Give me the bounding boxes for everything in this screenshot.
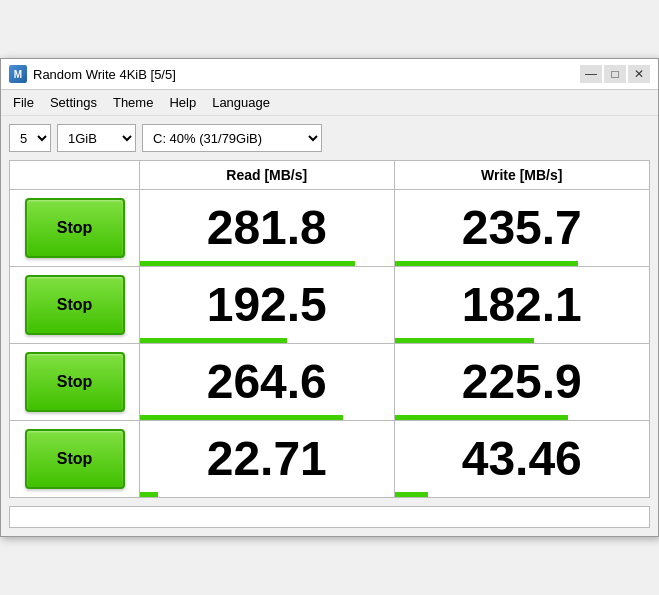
header-write: Write [MB/s] bbox=[395, 161, 650, 189]
stop-cell-3: Stop bbox=[10, 344, 140, 420]
data-grid: Read [MB/s] Write [MB/s] Stop 281.8 235.… bbox=[9, 160, 650, 498]
drive-select[interactable]: C: 40% (31/79GiB) bbox=[142, 124, 322, 152]
maximize-button[interactable]: □ bbox=[604, 65, 626, 83]
write-text-2: 182.1 bbox=[462, 281, 582, 329]
title-controls: — □ ✕ bbox=[580, 65, 650, 83]
menu-help[interactable]: Help bbox=[161, 92, 204, 113]
read-value-4: 22.71 bbox=[140, 421, 395, 497]
size-select[interactable]: 1GiB 512MiB 256MiB bbox=[57, 124, 136, 152]
read-value-2: 192.5 bbox=[140, 267, 395, 343]
read-bar-1 bbox=[140, 261, 355, 266]
menu-settings[interactable]: Settings bbox=[42, 92, 105, 113]
menu-language[interactable]: Language bbox=[204, 92, 278, 113]
title-bar-left: M Random Write 4KiB [5/5] bbox=[9, 65, 176, 83]
main-window: M Random Write 4KiB [5/5] — □ ✕ File Set… bbox=[0, 58, 659, 537]
read-value-1: 281.8 bbox=[140, 190, 395, 266]
count-select[interactable]: 5 3 1 bbox=[9, 124, 51, 152]
title-bar: M Random Write 4KiB [5/5] — □ ✕ bbox=[1, 59, 658, 90]
status-bar bbox=[9, 506, 650, 528]
stop-button-3[interactable]: Stop bbox=[25, 352, 125, 412]
read-text-3: 264.6 bbox=[207, 358, 327, 406]
write-value-4: 43.46 bbox=[395, 421, 650, 497]
table-row: Stop 264.6 225.9 bbox=[10, 344, 649, 421]
menu-file[interactable]: File bbox=[5, 92, 42, 113]
app-icon: M bbox=[9, 65, 27, 83]
main-content: 5 3 1 1GiB 512MiB 256MiB C: 40% (31/79Gi… bbox=[1, 116, 658, 536]
window-title: Random Write 4KiB [5/5] bbox=[33, 67, 176, 82]
write-text-3: 225.9 bbox=[462, 358, 582, 406]
stop-button-2[interactable]: Stop bbox=[25, 275, 125, 335]
read-text-1: 281.8 bbox=[207, 204, 327, 252]
read-value-3: 264.6 bbox=[140, 344, 395, 420]
read-text-4: 22.71 bbox=[207, 435, 327, 483]
stop-button-1[interactable]: Stop bbox=[25, 198, 125, 258]
write-text-1: 235.7 bbox=[462, 204, 582, 252]
stop-cell-4: Stop bbox=[10, 421, 140, 497]
close-button[interactable]: ✕ bbox=[628, 65, 650, 83]
write-bar-1 bbox=[395, 261, 578, 266]
stop-button-4[interactable]: Stop bbox=[25, 429, 125, 489]
read-bar-2 bbox=[140, 338, 287, 343]
stop-cell-1: Stop bbox=[10, 190, 140, 266]
write-text-4: 43.46 bbox=[462, 435, 582, 483]
write-value-1: 235.7 bbox=[395, 190, 650, 266]
write-bar-2 bbox=[395, 338, 535, 343]
header-col1 bbox=[10, 161, 140, 189]
read-bar-4 bbox=[140, 492, 158, 497]
grid-header: Read [MB/s] Write [MB/s] bbox=[10, 161, 649, 190]
table-row: Stop 22.71 43.46 bbox=[10, 421, 649, 497]
header-read: Read [MB/s] bbox=[140, 161, 395, 189]
read-text-2: 192.5 bbox=[207, 281, 327, 329]
table-row: Stop 281.8 235.7 bbox=[10, 190, 649, 267]
toolbar: 5 3 1 1GiB 512MiB 256MiB C: 40% (31/79Gi… bbox=[9, 124, 650, 152]
read-bar-3 bbox=[140, 415, 343, 420]
write-value-3: 225.9 bbox=[395, 344, 650, 420]
table-row: Stop 192.5 182.1 bbox=[10, 267, 649, 344]
write-bar-4 bbox=[395, 492, 428, 497]
menu-theme[interactable]: Theme bbox=[105, 92, 161, 113]
menu-bar: File Settings Theme Help Language bbox=[1, 90, 658, 116]
stop-cell-2: Stop bbox=[10, 267, 140, 343]
write-value-2: 182.1 bbox=[395, 267, 650, 343]
write-bar-3 bbox=[395, 415, 568, 420]
minimize-button[interactable]: — bbox=[580, 65, 602, 83]
